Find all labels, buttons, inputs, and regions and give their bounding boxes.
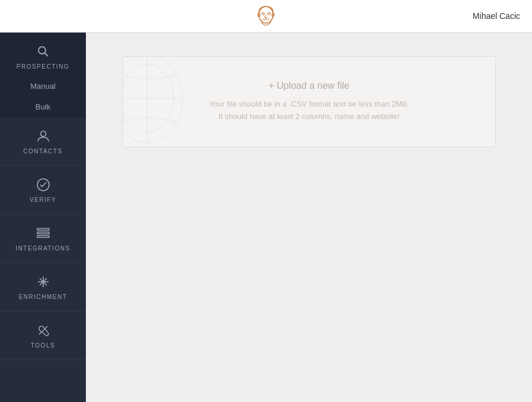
svg-point-3 [262,12,264,15]
prospecting-subitems: Manual Bulk [0,76,86,117]
upload-card[interactable]: + Upload a new file Your file should be … [123,56,496,147]
upload-desc-line2: It should have at least 2 columns, name … [209,111,409,123]
sidebar-item-enrichment[interactable]: ENRICHMENT [0,263,86,311]
svg-point-18 [123,64,174,133]
verify-icon [35,176,52,193]
header: Mihael Cacic [0,0,532,33]
sidebar-subitem-manual[interactable]: Manual [0,76,86,97]
search-icon [35,43,52,60]
sidebar-item-integrations[interactable]: INTEGRATIONS [0,214,86,263]
sidebar-item-contacts[interactable]: CONTACTS [0,117,86,166]
svg-point-5 [39,47,46,54]
prospecting-header: PROSPECTING [0,33,86,76]
contacts-label: CONTACTS [23,148,62,155]
integrations-label: INTEGRATIONS [15,245,70,252]
upload-desc-line1: Your file should be in a .CSV format and… [209,98,409,111]
content-area: + Upload a new file Your file should be … [86,33,532,402]
upload-description: Your file should be in a .CSV format and… [209,98,409,123]
tools-label: TOOLS [31,342,55,349]
svg-rect-10 [37,232,49,234]
verify-label: VERIFY [30,197,56,203]
svg-rect-11 [37,236,49,237]
integrations-icon [35,225,52,242]
svg-point-4 [268,12,270,15]
svg-point-17 [123,57,182,143]
main-layout: PROSPECTING Manual Bulk CONTACTS [0,33,532,402]
svg-point-7 [40,131,46,137]
sidebar: PROSPECTING Manual Bulk CONTACTS [0,33,86,402]
upload-title[interactable]: + Upload a new file [268,81,350,91]
contacts-icon [35,128,52,144]
tools-icon [35,322,52,339]
sidebar-item-prospecting[interactable]: PROSPECTING Manual Bulk [0,33,86,117]
enrichment-icon [35,274,52,290]
sidebar-subitem-bulk[interactable]: Bulk [0,97,86,117]
enrichment-label: ENRICHMENT [19,294,68,300]
svg-rect-9 [37,229,49,230]
prospecting-label: PROSPECTING [17,63,69,70]
svg-line-6 [44,53,48,57]
user-name[interactable]: Mihael Cacic [473,11,520,21]
sidebar-item-verify[interactable]: VERIFY [0,166,86,214]
logo [253,3,279,29]
sidebar-item-tools[interactable]: TOOLS [0,311,86,360]
